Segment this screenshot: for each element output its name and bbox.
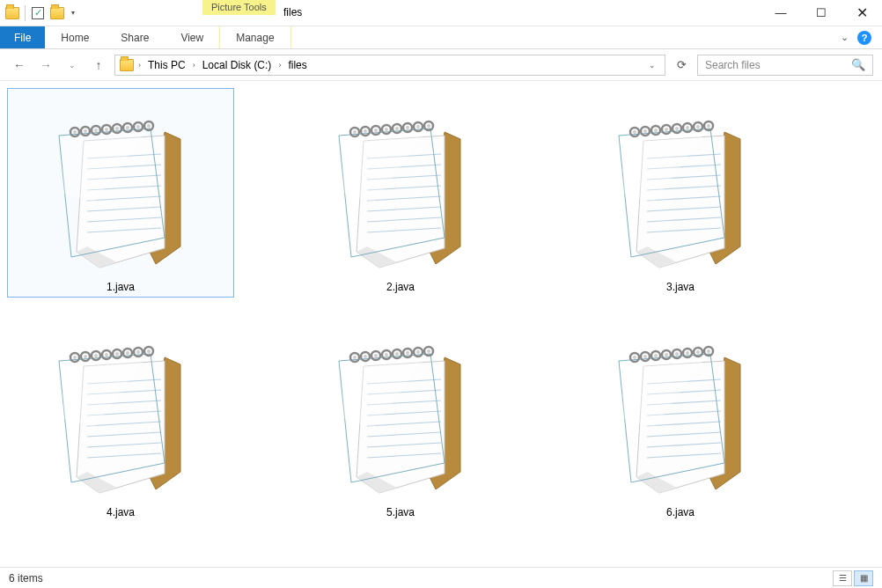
file-item[interactable]: 2.java xyxy=(287,88,514,298)
file-label: 4.java xyxy=(107,503,135,518)
tab-home[interactable]: Home xyxy=(45,26,105,48)
file-label: 3.java xyxy=(666,277,695,293)
contextual-tab-header: Picture Tools xyxy=(202,0,276,26)
up-button[interactable]: ↑ xyxy=(88,55,109,76)
breadcrumb-local-disk[interactable]: Local Disk (C:) xyxy=(199,55,276,75)
breadcrumb-caret-icon[interactable]: › xyxy=(191,61,197,70)
qat-new-folder-icon[interactable] xyxy=(48,4,66,22)
breadcrumb-caret-icon[interactable]: › xyxy=(136,61,143,70)
file-label: 6.java xyxy=(666,503,695,518)
address-bar[interactable]: › This PC › Local Disk (C:) › files ⌄ xyxy=(114,55,665,76)
file-label: 5.java xyxy=(386,503,415,518)
notepad-icon xyxy=(28,92,213,277)
notepad-icon xyxy=(308,318,493,503)
file-label: 2.java xyxy=(386,277,415,293)
file-item[interactable]: 3.java xyxy=(567,88,794,298)
view-details-button[interactable]: ☰ xyxy=(833,570,852,586)
notepad-icon xyxy=(28,318,213,503)
navigation-bar: ← → ⌄ ↑ › This PC › Local Disk (C:) › fi… xyxy=(0,49,882,81)
file-label: 1.java xyxy=(107,277,135,293)
tab-view[interactable]: View xyxy=(165,26,219,48)
file-item[interactable]: 4.java xyxy=(7,313,234,523)
file-item[interactable]: 5.java xyxy=(287,313,514,523)
contextual-tab-label: Picture Tools xyxy=(202,0,276,15)
notepad-icon xyxy=(588,318,773,503)
address-history-dropdown[interactable]: ⌄ xyxy=(647,61,658,70)
maximize-button[interactable]: ☐ xyxy=(801,0,842,26)
window-controls: — ☐ ✕ xyxy=(761,0,882,26)
ribbon-expand-icon[interactable]: ⌄ xyxy=(838,32,850,44)
status-item-count: 6 items xyxy=(9,572,43,584)
refresh-button[interactable]: ⟳ xyxy=(671,55,692,76)
tab-share[interactable]: Share xyxy=(105,26,165,48)
minimize-button[interactable]: — xyxy=(761,0,801,26)
search-input[interactable] xyxy=(705,59,851,71)
tab-file[interactable]: File xyxy=(0,26,45,48)
notepad-icon xyxy=(588,92,773,277)
qat-properties-checkbox[interactable]: ✓ xyxy=(29,4,47,22)
qat-dropdown-icon[interactable]: ▾ xyxy=(68,9,78,17)
search-box[interactable]: 🔍 xyxy=(697,55,873,76)
notepad-icon xyxy=(308,92,493,277)
qat-folder-icon[interactable] xyxy=(4,4,21,22)
file-item[interactable]: 6.java xyxy=(567,313,794,523)
breadcrumb-files[interactable]: files xyxy=(284,55,310,75)
window-title: files xyxy=(283,6,302,18)
file-item[interactable]: 1.java xyxy=(7,88,234,298)
search-icon[interactable]: 🔍 xyxy=(851,58,865,71)
title-bar: ✓ ▾ Picture Tools files — ☐ ✕ xyxy=(0,0,882,26)
back-button[interactable]: ← xyxy=(9,55,30,76)
close-button[interactable]: ✕ xyxy=(842,0,882,26)
forward-button[interactable]: → xyxy=(35,55,56,76)
breadcrumb-caret-icon[interactable]: › xyxy=(276,61,283,70)
breadcrumb-this-pc[interactable]: This PC xyxy=(144,55,189,75)
address-folder-icon xyxy=(119,58,135,72)
quick-access-toolbar: ✓ ▾ xyxy=(0,4,82,22)
recent-locations-dropdown[interactable]: ⌄ xyxy=(62,55,83,76)
tab-manage[interactable]: Manage xyxy=(219,26,290,48)
status-bar: 6 items ☰ ▦ xyxy=(0,567,882,588)
help-icon[interactable]: ? xyxy=(857,31,871,45)
ribbon-tabs: File Home Share View Manage ⌄ ? xyxy=(0,26,882,49)
file-view[interactable]: 1.java 2.java 3.java 4.java 5.java 6.jav… xyxy=(0,81,882,567)
view-large-icons-button[interactable]: ▦ xyxy=(854,570,873,586)
